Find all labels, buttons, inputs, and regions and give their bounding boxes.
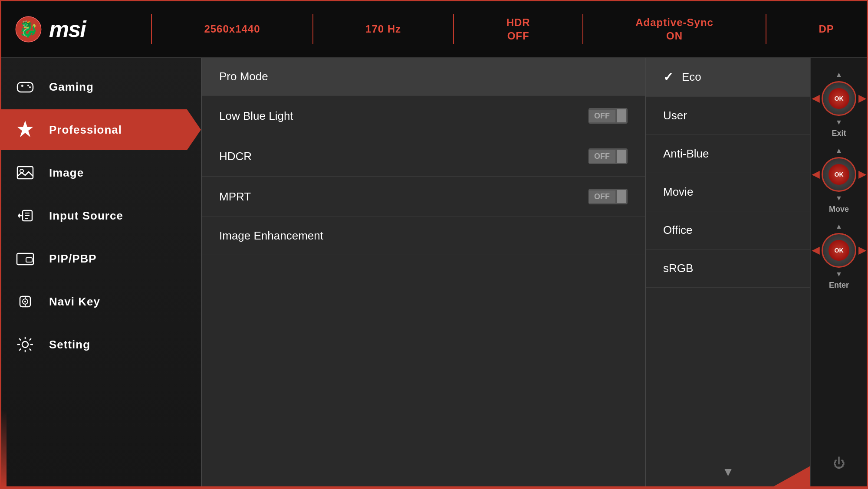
enter-button[interactable]: OK [822, 233, 856, 268]
port-stat: DP [797, 22, 855, 36]
svg-rect-14 [17, 253, 33, 265]
mprt-toggle[interactable]: OFF [589, 189, 628, 204]
mprt-item[interactable]: MPRT OFF [202, 177, 645, 217]
power-area: ⏻ [833, 299, 845, 475]
right-panel: ✓ Eco User Anti-Blue Movie Office sRGB ▼ [645, 58, 810, 488]
monitor-osd: 🐉 msi 2560x1440 170 Hz HDR OFF Adaptive-… [0, 0, 868, 489]
enter-right-arrow: ▶ [858, 245, 866, 256]
user-label: User [663, 109, 687, 122]
office-label: Office [663, 223, 692, 237]
office-item[interactable]: Office [646, 211, 810, 249]
svg-text:🐉: 🐉 [19, 20, 38, 38]
move-down-arrow: ▼ [835, 194, 842, 202]
svg-marker-7 [18, 122, 32, 136]
exit-button[interactable]: OK [822, 81, 856, 116]
sidebar-item-input-source[interactable]: Input Source [1, 195, 201, 236]
image-enhancement-item[interactable]: Image Enhancement [202, 217, 645, 255]
hdcr-toggle[interactable]: OFF [589, 148, 628, 164]
enter-control-row: ◀ OK ▶ [812, 233, 866, 268]
movie-item[interactable]: Movie [646, 173, 810, 211]
sidebar-input-label: Input Source [49, 209, 123, 223]
header-divider-1 [151, 14, 152, 44]
low-blue-light-toggle[interactable]: OFF [589, 108, 628, 124]
exit-control-row: ◀ OK ▶ [812, 81, 866, 116]
left-accent [1, 410, 7, 488]
enter-label: Enter [829, 281, 849, 290]
low-blue-light-value: OFF [589, 110, 615, 122]
sidebar-item-image[interactable]: Image [1, 152, 201, 193]
sidebar-item-navi-key[interactable]: Navi Key [1, 281, 201, 322]
movie-label: Movie [663, 185, 693, 199]
setting-icon [14, 334, 36, 355]
exit-control-group: ▲ ◀ OK ▶ ▼ Exit [812, 71, 866, 138]
sidebar-item-professional[interactable]: Professional [1, 109, 201, 150]
low-blue-light-label: Low Blue Light [219, 109, 293, 123]
pro-mode-item[interactable]: Pro Mode [202, 58, 645, 96]
hdcr-item[interactable]: HDCR OFF [202, 136, 645, 177]
professional-icon [14, 119, 36, 141]
move-control-row: ◀ OK ▶ [812, 157, 866, 192]
enter-left-arrow: ◀ [812, 245, 819, 256]
exit-ok-text: OK [829, 88, 849, 109]
resolution-stat: 2560x1440 [182, 22, 282, 36]
image-enhancement-label: Image Enhancement [219, 229, 323, 243]
svg-point-18 [24, 301, 26, 302]
svg-point-5 [27, 85, 29, 86]
move-control-group: ▲ ◀ OK ▶ ▼ Move [812, 147, 866, 214]
exit-label: Exit [832, 129, 846, 138]
move-right-arrow: ▶ [858, 169, 866, 180]
header-bar: 🐉 msi 2560x1440 170 Hz HDR OFF Adaptive-… [1, 1, 867, 58]
msi-logo-text: msi [49, 16, 85, 42]
srgb-label: sRGB [663, 262, 693, 275]
move-label: Move [829, 205, 849, 214]
move-button[interactable]: OK [822, 157, 856, 192]
svg-rect-15 [26, 258, 32, 262]
eco-item[interactable]: ✓ Eco [646, 58, 810, 97]
exit-down-arrow: ▼ [835, 118, 842, 126]
mprt-label: MPRT [219, 190, 251, 203]
gaming-icon [14, 76, 36, 98]
move-ok-text: OK [829, 164, 849, 185]
exit-up-arrow: ▲ [835, 71, 842, 79]
sidebar-setting-label: Setting [49, 338, 90, 351]
sidebar-item-setting[interactable]: Setting [1, 324, 201, 365]
mprt-value: OFF [589, 190, 615, 203]
pip-pbp-icon [14, 248, 36, 269]
exit-left-arrow: ◀ [812, 93, 819, 104]
sidebar-gaming-label: Gaming [49, 80, 94, 94]
hdcr-label: HDCR [219, 150, 252, 163]
svg-rect-8 [17, 167, 33, 179]
eco-label: Eco [682, 70, 701, 84]
eco-checkmark: ✓ [663, 70, 673, 84]
header-stats: 2560x1440 170 Hz HDR OFF Adaptive-Sync O… [132, 14, 867, 44]
image-icon [14, 162, 36, 184]
sidebar-navi-label: Navi Key [49, 295, 100, 308]
header-divider-4 [582, 14, 583, 44]
header-divider-5 [766, 14, 766, 44]
move-left-arrow: ◀ [812, 169, 819, 180]
toggle-slider [617, 109, 626, 122]
srgb-item[interactable]: sRGB [646, 249, 810, 288]
hdr-stat: HDR OFF [485, 16, 552, 43]
anti-blue-item[interactable]: Anti-Blue [646, 135, 810, 173]
enter-control-group: ▲ ◀ OK ▶ ▼ Enter [812, 223, 866, 290]
adaptive-sync-stat: Adaptive-Sync ON [614, 16, 735, 43]
svg-point-6 [29, 86, 31, 88]
sidebar: Gaming Professional Im [1, 58, 201, 488]
hdcr-value: OFF [589, 150, 615, 163]
sidebar-image-label: Image [49, 166, 84, 180]
header-divider-2 [312, 14, 313, 44]
sidebar-item-pip-pbp[interactable]: PIP/PBP [1, 238, 201, 279]
sidebar-pip-label: PIP/PBP [49, 252, 97, 266]
enter-down-arrow: ▼ [835, 270, 842, 278]
low-blue-light-item[interactable]: Low Blue Light OFF [202, 96, 645, 136]
header-divider-3 [453, 14, 454, 44]
pro-mode-label: Pro Mode [219, 70, 268, 83]
sidebar-item-gaming[interactable]: Gaming [1, 66, 201, 107]
exit-right-arrow: ▶ [858, 93, 866, 104]
user-item[interactable]: User [646, 97, 810, 135]
power-icon: ⏻ [833, 456, 845, 470]
input-source-icon [14, 205, 36, 226]
center-panel: Pro Mode Low Blue Light OFF HDCR OFF MPR… [201, 58, 645, 488]
toggle-slider-2 [617, 150, 626, 163]
